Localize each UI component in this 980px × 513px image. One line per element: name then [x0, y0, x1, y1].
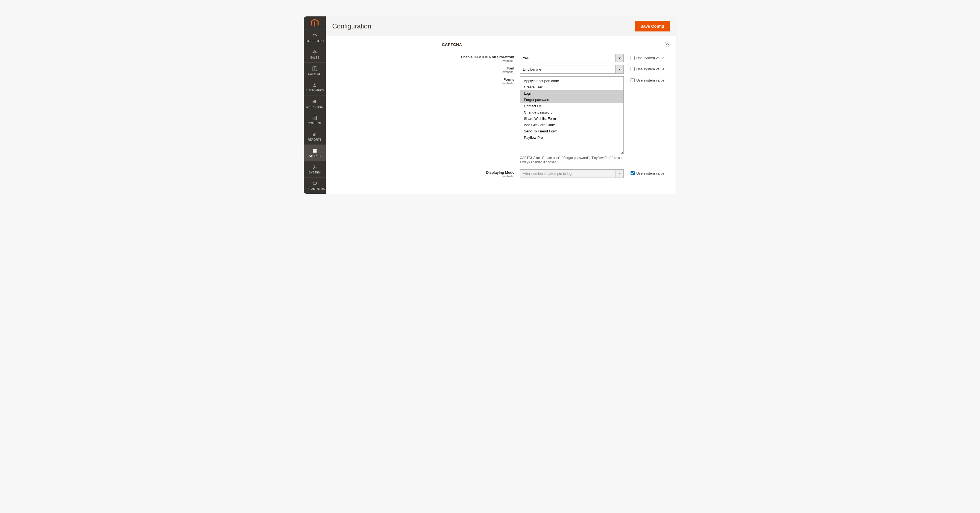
page-header: Configuration Save Config — [326, 16, 676, 36]
sidebar-item-label: DASHBOARD — [306, 40, 324, 43]
forms-option[interactable]: Login — [520, 90, 624, 97]
forms-option[interactable]: Create user — [520, 84, 624, 90]
use-system-value-checkbox[interactable]: Use system value — [630, 56, 665, 60]
save-config-button[interactable]: Save Config — [635, 21, 670, 32]
collapse-icon[interactable] — [665, 41, 670, 47]
svg-point-9 — [314, 167, 315, 168]
displaying-mode-select: After number of attempts to login — [520, 169, 624, 178]
field-label: Enable CAPTCHA on Storefront — [461, 55, 514, 59]
sidebar-item-reports[interactable]: REPORTS — [304, 128, 326, 145]
sidebar-item-catalog[interactable]: CATALOG — [304, 62, 326, 79]
forms-option[interactable]: Contact Us — [520, 103, 624, 109]
svg-marker-12 — [619, 173, 621, 174]
forms-multiselect[interactable]: Applying coupon codeCreate userLoginForg… — [520, 76, 624, 154]
chevron-down-icon — [615, 65, 624, 73]
svg-rect-5 — [313, 119, 315, 119]
sidebar-item-partners[interactable]: UR PARTNERS — [304, 177, 326, 194]
svg-marker-10 — [619, 57, 621, 59]
sidebar-item-customers[interactable]: CUSTOMERS — [304, 79, 326, 95]
forms-option[interactable]: Add Gift Card Code — [520, 122, 624, 128]
sidebar-item-label: SYSTEM — [309, 171, 321, 174]
forms-help-text: CAPTCHA for "Create user", "Forgot passw… — [520, 154, 624, 164]
magento-logo[interactable] — [304, 16, 326, 30]
svg-point-1 — [314, 83, 315, 85]
field-scope: [website] — [503, 175, 514, 178]
field-forms: Forms [website] Applying coupon codeCrea… — [326, 75, 676, 166]
svg-marker-11 — [619, 69, 621, 70]
sidebar-item-dashboard[interactable]: DASHBOARD — [304, 30, 326, 46]
admin-sidebar: DASHBOARD$SALESCATALOGCUSTOMERSMARKETING… — [304, 16, 326, 194]
field-displaying-mode: Displaying Mode [website] After number o… — [326, 168, 676, 179]
svg-rect-7 — [314, 134, 315, 136]
use-system-value-checkbox[interactable]: Use system value — [630, 67, 665, 71]
svg-rect-4 — [313, 118, 316, 118]
chevron-down-icon — [615, 170, 624, 178]
sidebar-item-content[interactable]: CONTENT — [304, 112, 326, 128]
sidebar-item-stores[interactable]: STORES — [304, 145, 326, 161]
svg-rect-6 — [313, 134, 313, 136]
use-system-value-checkbox[interactable]: Use system value — [630, 78, 665, 82]
field-label: Displaying Mode — [486, 170, 514, 175]
use-system-value-checkbox[interactable]: Use system value — [630, 171, 665, 175]
sidebar-item-label: CUSTOMERS — [306, 89, 324, 92]
section-title: CAPTCHA — [442, 42, 462, 47]
forms-option[interactable]: Change password — [520, 109, 624, 115]
svg-rect-8 — [315, 132, 317, 136]
sidebar-item-system[interactable]: SYSTEM — [304, 161, 326, 177]
field-font: Font [website] LinLibertine Use system v… — [326, 64, 676, 75]
forms-option[interactable]: Applying coupon code — [520, 78, 624, 84]
font-select[interactable]: LinLibertine — [520, 65, 624, 73]
sidebar-item-label: CONTENT — [308, 122, 321, 125]
magento-logo-icon — [311, 19, 318, 27]
field-scope: [website] — [503, 81, 514, 85]
field-scope: [website] — [503, 59, 514, 62]
svg-rect-3 — [313, 117, 316, 118]
sidebar-item-label: UR PARTNERS — [305, 187, 325, 190]
field-label: Font — [507, 66, 514, 70]
config-form: CAPTCHA Enable CAPTCHA on Storefront [we… — [326, 36, 676, 194]
admin-window: DASHBOARD$SALESCATALOGCUSTOMERSMARKETING… — [304, 16, 676, 194]
field-enable-captcha: Enable CAPTCHA on Storefront [website] Y… — [326, 53, 676, 64]
sidebar-item-label: STORES — [309, 155, 321, 158]
section-header-captcha[interactable]: CAPTCHA — [326, 36, 676, 53]
sidebar-item-label: CATALOG — [308, 73, 321, 75]
forms-option[interactable]: Payflow Pro — [520, 134, 624, 141]
sidebar-item-marketing[interactable]: MARKETING — [304, 95, 326, 112]
page-title: Configuration — [332, 22, 371, 30]
chevron-down-icon — [615, 54, 624, 62]
field-scope: [website] — [503, 70, 514, 73]
svg-text:$: $ — [314, 51, 315, 54]
forms-option[interactable]: Send To Friend Form — [520, 128, 624, 134]
forms-option[interactable]: Forgot password — [520, 97, 624, 103]
enable-captcha-select[interactable]: Yes — [520, 54, 624, 62]
sidebar-item-label: SALES — [310, 56, 320, 59]
sidebar-item-sales[interactable]: $SALES — [304, 46, 326, 62]
forms-option[interactable]: Share Wishlist Form — [520, 115, 624, 122]
field-label: Forms — [503, 77, 514, 81]
sidebar-item-label: MARKETING — [306, 105, 323, 108]
sidebar-item-label: REPORTS — [308, 138, 321, 141]
